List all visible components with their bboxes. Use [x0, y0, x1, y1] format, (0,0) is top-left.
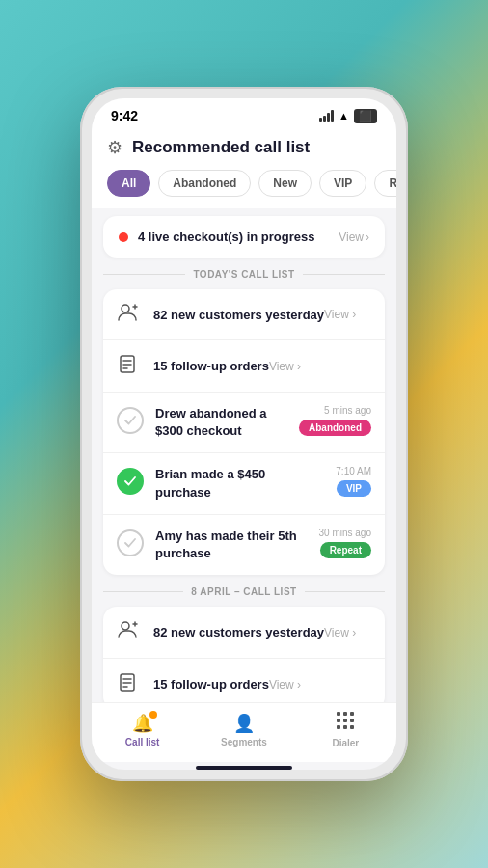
april-divider: 8 APRIL – CALL LIST — [103, 586, 385, 597]
april-card: 82 new customers yesterday View › 15 fol… — [103, 607, 385, 702]
drew-item: Drew abandoned a $300 checkout 5 mins ag… — [103, 393, 385, 453]
new-customers-text: 82 new customers yesterday — [153, 308, 324, 322]
svg-point-0 — [122, 305, 129, 312]
filter-new[interactable]: New — [258, 170, 312, 197]
amy-info: Amy has made their 5th purchase — [155, 528, 308, 562]
call-list-label: Call list — [125, 737, 160, 747]
page-title: Recommended call list — [132, 138, 310, 157]
phone-screen: 9:42 ▲ ⬛ ⚙ Recommended call list All Aba… — [92, 98, 396, 770]
follow-up-icon — [117, 353, 144, 379]
brian-time: 7:10 AM — [336, 466, 371, 476]
live-view-link[interactable]: View › — [339, 231, 369, 244]
april-follow-up-view[interactable]: View › — [269, 678, 301, 692]
battery-icon: ⬛ — [354, 109, 377, 123]
drew-meta: 5 mins ago Abandoned — [299, 405, 371, 436]
amy-check[interactable] — [117, 529, 144, 556]
phone-frame: 9:42 ▲ ⬛ ⚙ Recommended call list All Aba… — [80, 87, 408, 781]
filter-vip[interactable]: VIP — [319, 170, 366, 197]
status-time: 9:42 — [111, 108, 138, 123]
drew-time: 5 mins ago — [324, 405, 371, 416]
new-customers-row: 82 new customers yesterday View › — [103, 289, 385, 340]
amy-time: 30 mins ago — [319, 528, 371, 538]
amy-item: Amy has made their 5th purchase 30 mins … — [103, 515, 385, 575]
svg-rect-14 — [337, 712, 340, 716]
page-header: ⚙ Recommended call list — [92, 129, 396, 170]
dialer-label: Dialer — [332, 738, 359, 748]
drew-badge: Abandoned — [299, 420, 371, 436]
brian-check[interactable] — [117, 468, 144, 495]
svg-rect-21 — [343, 725, 347, 729]
status-bar: 9:42 ▲ ⬛ — [92, 98, 396, 129]
april-section-label: 8 APRIL – CALL LIST — [191, 586, 296, 597]
april-new-customers-view[interactable]: View › — [324, 626, 356, 639]
drew-name: Drew abandoned a $300 checkout — [155, 405, 287, 440]
amy-name: Amy has made their 5th purchase — [155, 528, 308, 562]
today-section-label: TODAY'S CALL LIST — [193, 269, 294, 280]
brian-name: Brian made a $450 purchase — [155, 466, 324, 501]
notification-dot — [149, 711, 157, 719]
today-divider: TODAY'S CALL LIST — [103, 269, 385, 280]
april-new-customers-row: 82 new customers yesterday View › — [103, 607, 385, 659]
nav-segments[interactable]: 👤 Segments — [215, 713, 273, 747]
amy-badge: Repeat — [320, 542, 371, 558]
svg-rect-15 — [343, 712, 347, 716]
bottom-nav: 🔔 Call list 👤 Segments — [92, 702, 396, 762]
svg-point-7 — [122, 622, 129, 630]
follow-up-row: 15 follow-up orders View › — [103, 340, 385, 393]
signal-icon — [319, 110, 334, 122]
brian-badge: VIP — [337, 480, 371, 497]
live-banner: 4 live checkout(s) in progress View › — [103, 216, 385, 258]
nav-dialer[interactable]: Dialer — [316, 711, 374, 748]
april-follow-up-icon — [117, 671, 144, 697]
new-customers-icon — [117, 302, 144, 327]
segments-label: Segments — [221, 737, 267, 747]
call-list-icon: 🔔 — [132, 713, 153, 734]
april-new-customers-text: 82 new customers yesterday — [153, 625, 324, 639]
segments-icon: 👤 — [233, 713, 255, 734]
svg-rect-22 — [350, 725, 354, 729]
april-new-customers-icon — [117, 619, 144, 645]
home-indicator — [196, 766, 292, 770]
dialer-icon — [336, 711, 355, 735]
svg-rect-16 — [350, 712, 354, 716]
april-follow-up-text: 15 follow-up orders — [153, 677, 269, 692]
filter-all[interactable]: All — [107, 170, 150, 197]
brian-meta: 7:10 AM VIP — [336, 466, 371, 497]
follow-up-view[interactable]: View › — [269, 360, 301, 373]
status-icons: ▲ ⬛ — [319, 109, 377, 123]
svg-rect-17 — [337, 719, 340, 722]
svg-rect-19 — [350, 719, 354, 722]
live-dot — [119, 232, 128, 242]
wifi-icon: ▲ — [339, 110, 349, 122]
svg-rect-18 — [343, 719, 347, 722]
follow-up-text: 15 follow-up orders — [153, 359, 269, 373]
drew-check[interactable] — [117, 407, 144, 434]
svg-rect-20 — [337, 725, 340, 729]
brian-item: Brian made a $450 purchase 7:10 AM VIP — [103, 453, 385, 514]
new-customers-view[interactable]: View › — [324, 308, 356, 321]
filter-abandoned[interactable]: Abandoned — [158, 170, 251, 197]
live-banner-text: 4 live checkout(s) in progress — [138, 230, 339, 244]
content-area: 4 live checkout(s) in progress View › TO… — [92, 208, 396, 702]
gear-icon[interactable]: ⚙ — [107, 137, 122, 158]
drew-info: Drew abandoned a $300 checkout — [155, 405, 287, 440]
brian-info: Brian made a $450 purchase — [155, 466, 324, 501]
today-card: 82 new customers yesterday View › 15 fol… — [103, 289, 385, 575]
amy-meta: 30 mins ago Repeat — [319, 528, 371, 558]
april-follow-up-row: 15 follow-up orders View › — [103, 659, 385, 702]
nav-call-list[interactable]: 🔔 Call list — [114, 713, 172, 747]
filter-repeat[interactable]: Repeat — [374, 170, 396, 197]
filter-bar: All Abandoned New VIP Repeat — [92, 170, 396, 208]
